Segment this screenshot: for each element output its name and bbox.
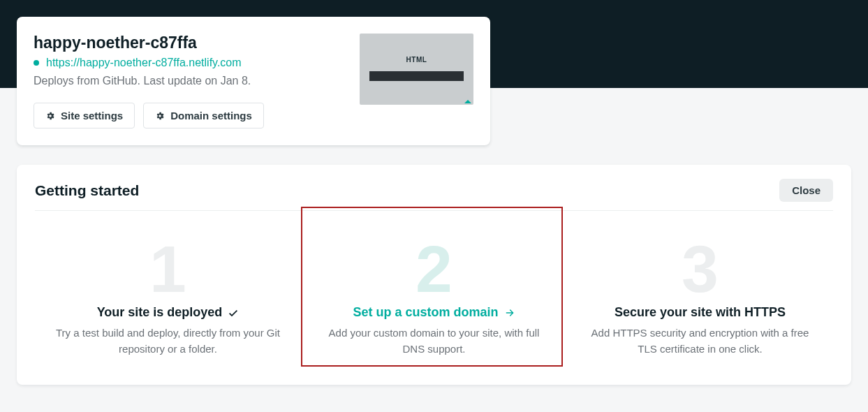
- domain-settings-button[interactable]: Domain settings: [143, 103, 264, 128]
- status-dot-icon: [34, 60, 39, 66]
- deploy-status-text: Deploys from GitHub. Last update on Jan …: [34, 75, 347, 87]
- step-title-https: Secure your site with HTTPS: [615, 305, 786, 320]
- step-number-2: 2: [316, 236, 552, 302]
- step-number-1: 1: [50, 236, 286, 302]
- step-desc-https: Add HTTPS security and encryption with a…: [582, 325, 818, 357]
- step-custom-domain: 2 Set up a custom domain Add your custom…: [301, 221, 567, 364]
- gear-icon: [155, 111, 165, 121]
- step-deployed: 1 Your site is deployed Try a test build…: [35, 221, 301, 364]
- domain-settings-label: Domain settings: [170, 110, 252, 122]
- gear-icon: [45, 111, 55, 121]
- site-name: happy-noether-c87ffa: [34, 34, 347, 52]
- step-link-custom-domain[interactable]: Set up a custom domain: [353, 305, 515, 320]
- site-settings-button[interactable]: Site settings: [34, 103, 135, 128]
- site-settings-label: Site settings: [61, 110, 123, 122]
- close-button[interactable]: Close: [779, 179, 833, 202]
- getting-started-card: Getting started Close 1 Your site is dep…: [17, 165, 851, 385]
- getting-started-heading: Getting started: [35, 182, 139, 199]
- site-thumbnail[interactable]: HTML: [360, 34, 473, 105]
- arrow-right-icon: [504, 307, 515, 318]
- site-overview-card: happy-noether-c87ffa https://happy-noeth…: [17, 17, 490, 145]
- step-desc-deployed: Try a test build and deploy, directly fr…: [50, 325, 286, 357]
- step-number-3: 3: [582, 236, 818, 302]
- thumbnail-bar: [369, 71, 464, 81]
- site-url-link[interactable]: https://happy-noether-c87ffa.netlify.com: [46, 57, 242, 69]
- step-desc-custom-domain: Add your custom domain to your site, wit…: [316, 325, 552, 357]
- step-https: 3 Secure your site with HTTPS Add HTTPS …: [567, 221, 833, 364]
- thumbnail-corner-icon: [464, 100, 471, 103]
- thumbnail-label: HTML: [360, 56, 473, 64]
- step-title-deployed: Your site is deployed: [97, 305, 240, 320]
- check-icon: [228, 307, 239, 318]
- site-url-row: https://happy-noether-c87ffa.netlify.com: [34, 57, 347, 69]
